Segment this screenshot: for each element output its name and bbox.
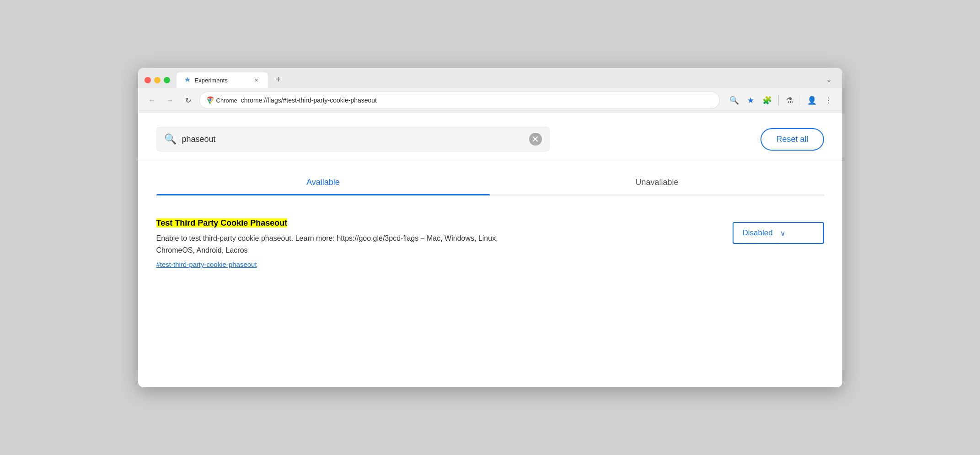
address-bar[interactable]: Chrome chrome://flags/#test-third-party-… <box>199 92 720 109</box>
flag-select-value: Disabled <box>743 228 773 238</box>
window-controls <box>145 77 170 88</box>
tab-unavailable[interactable]: Unavailable <box>490 170 824 195</box>
zoom-icon: 🔍 <box>729 96 739 105</box>
reset-all-button[interactable]: Reset all <box>760 128 824 151</box>
tab-available[interactable]: Available <box>156 170 490 195</box>
active-tab[interactable]: Experiments × <box>177 72 268 88</box>
separator <box>778 95 779 105</box>
flag-info: Test Third Party Cookie Phaseout Enable … <box>156 218 719 268</box>
tab-favicon-icon <box>184 76 191 84</box>
flag-control: Disabled ∨ <box>733 222 824 244</box>
lab-icon: ⚗ <box>786 96 793 105</box>
chevron-down-icon: ∨ <box>780 229 786 238</box>
menu-icon: ⋮ <box>825 96 832 105</box>
flag-anchor-link[interactable]: #test-third-party-cookie-phaseout <box>156 260 719 268</box>
title-bar: Experiments × + ⌄ <box>138 68 842 88</box>
flag-description: Enable to test third-party cookie phaseo… <box>156 233 513 256</box>
search-section: 🔍 ✕ Reset all <box>156 127 824 152</box>
zoom-button[interactable]: 🔍 <box>727 93 742 108</box>
clear-search-button[interactable]: ✕ <box>529 133 542 146</box>
search-box: 🔍 ✕ <box>156 127 550 152</box>
flag-item: Test Third Party Cookie Phaseout Enable … <box>156 209 824 277</box>
menu-button[interactable]: ⋮ <box>821 93 836 108</box>
tab-overflow-button[interactable]: ⌄ <box>822 72 836 86</box>
chrome-logo-icon <box>206 96 214 104</box>
separator-2 <box>801 95 801 105</box>
tab-close-button[interactable]: × <box>252 76 261 84</box>
chrome-label: Chrome <box>216 97 237 104</box>
browser-window: Experiments × + ⌄ ← → ↻ <box>138 68 842 387</box>
lab-button[interactable]: ⚗ <box>782 93 797 108</box>
nav-icons: 🔍 ★ 🧩 ⚗ 👤 ⋮ <box>727 93 836 108</box>
search-input[interactable] <box>182 135 524 144</box>
profile-icon: 👤 <box>807 96 817 105</box>
nav-bar: ← → ↻ Chrome chrome://flags/#test-third-… <box>138 88 842 113</box>
tab-title: Experiments <box>195 77 249 84</box>
extensions-icon: 🧩 <box>762 96 772 105</box>
close-button[interactable] <box>145 77 151 83</box>
extensions-button[interactable]: 🧩 <box>760 93 775 108</box>
clear-icon: ✕ <box>531 134 539 145</box>
forward-icon: → <box>166 96 174 104</box>
content-area: 🔍 ✕ Reset all Available Unavailable <box>138 113 842 387</box>
profile-button[interactable]: 👤 <box>805 93 819 108</box>
minimize-button[interactable] <box>154 77 161 83</box>
bookmark-button[interactable]: ★ <box>744 93 758 108</box>
star-icon: ★ <box>747 96 754 105</box>
refresh-button[interactable]: ↻ <box>181 93 196 108</box>
tab-unavailable-label: Unavailable <box>635 178 678 187</box>
chrome-badge: Chrome <box>206 96 237 104</box>
flag-select-dropdown[interactable]: Disabled ∨ <box>733 222 824 244</box>
tabs-section: Available Unavailable <box>156 161 824 195</box>
maximize-button[interactable] <box>164 77 170 83</box>
back-icon: ← <box>148 96 155 104</box>
url-text: chrome://flags/#test-third-party-cookie-… <box>241 97 713 104</box>
svg-point-2 <box>209 99 211 102</box>
refresh-icon: ↻ <box>185 96 191 105</box>
tab-available-label: Available <box>306 178 340 187</box>
back-button[interactable]: ← <box>145 93 159 108</box>
flag-title: Test Third Party Cookie Phaseout <box>156 218 719 228</box>
new-tab-button[interactable]: + <box>272 72 285 86</box>
reset-all-label: Reset all <box>776 135 808 144</box>
forward-button[interactable]: → <box>163 93 177 108</box>
search-icon: 🔍 <box>164 133 177 145</box>
